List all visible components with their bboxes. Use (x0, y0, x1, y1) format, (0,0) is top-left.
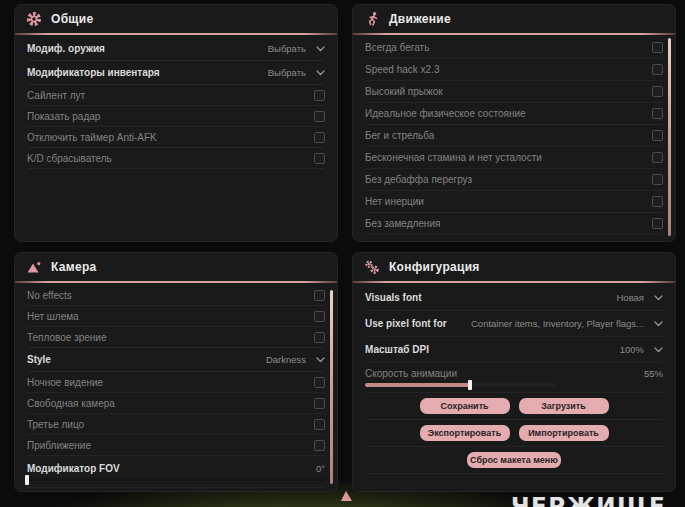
row-label: Без замедления (365, 218, 440, 229)
high-jump-checkbox[interactable] (652, 86, 663, 97)
anti-afk-checkbox[interactable] (314, 132, 325, 143)
dropdown-value: Container items, Inventory, Player flags… (471, 318, 644, 329)
gear-icon (26, 11, 42, 27)
row-fov-modifier: Модификатор FOV 0° (27, 456, 325, 488)
row-always-run: Всегда бегать (365, 37, 663, 59)
import-button[interactable]: Импортировать (519, 425, 609, 441)
dropdown-value: Выбрать (268, 43, 306, 54)
row-infinite-stamina: Бесконечная стамина и нет усталости (365, 147, 663, 169)
row-perfect-condition: Идеальное физическое состояние (365, 103, 663, 125)
row-label: Третье лицо (27, 419, 84, 430)
row-style: Style Darkness (27, 348, 325, 372)
row-label: Высокий прыжок (365, 86, 443, 97)
panel-title: Общие (51, 12, 93, 26)
row-label: Идеальное физическое состояние (365, 108, 526, 119)
row-run-and-shoot: Бег и стрельба (365, 125, 663, 147)
row-label: Приближение (27, 440, 91, 451)
row-label: Speed hack x2.3 (365, 64, 440, 75)
free-camera-checkbox[interactable] (314, 398, 325, 409)
no-effects-checkbox[interactable] (314, 290, 325, 301)
row-label: Модификатор FOV (27, 463, 120, 474)
row-label: Сайлент лут (27, 90, 85, 101)
button-row-export-import: Экспортировать Импортировать (365, 420, 663, 447)
panel-config: Конфигурация Visuals font Новая Use pixe… (352, 252, 676, 492)
row-label: Бег и стрельба (365, 130, 434, 141)
pixel-font-dropdown[interactable]: Container items, Inventory, Player flags… (471, 318, 663, 329)
panel-general: Общие Модиф. оружия Выбрать Модификаторы… (14, 4, 338, 242)
speed-hack-checkbox[interactable] (652, 64, 663, 75)
panel-title: Камера (51, 260, 97, 274)
animation-speed-slider-track[interactable] (365, 383, 555, 387)
row-label: K/D сбрасыватель (27, 153, 112, 164)
logo-tip-decoration (341, 491, 352, 501)
animation-speed-slider-handle[interactable] (468, 380, 472, 390)
animation-speed-slider-fill (365, 383, 470, 387)
row-label: Use pixel font for (365, 318, 447, 329)
run-and-shoot-checkbox[interactable] (652, 130, 663, 141)
movement-scrollbar[interactable] (668, 38, 671, 236)
animation-speed-value: 55% (644, 368, 663, 379)
dpi-scale-dropdown[interactable]: 100% (620, 344, 663, 355)
kd-reset-checkbox[interactable] (314, 153, 325, 164)
zoom-checkbox[interactable] (314, 440, 325, 451)
always-run-checkbox[interactable] (652, 42, 663, 53)
row-no-inertia: Нет инерции (365, 191, 663, 213)
button-row-save-load: Сохранить Загрузить (365, 393, 663, 420)
fov-slider-handle[interactable] (25, 475, 29, 485)
chevron-down-icon (654, 347, 663, 353)
third-person-checkbox[interactable] (314, 419, 325, 430)
row-visuals-font: Visuals font Новая (365, 285, 663, 311)
style-dropdown[interactable]: Darkness (266, 354, 325, 365)
camera-scrollbar[interactable] (330, 290, 333, 484)
perfect-condition-checkbox[interactable] (652, 108, 663, 119)
fov-slider-track[interactable] (27, 478, 325, 481)
row-label: Ночное видение (27, 377, 103, 388)
row-zoom: Приближение (27, 435, 325, 456)
row-thermal-vision: Тепловое зрение (27, 327, 325, 348)
night-vision-checkbox[interactable] (314, 377, 325, 388)
thermal-vision-checkbox[interactable] (314, 332, 325, 343)
row-label: Отключить таймер Anti-AFK (27, 132, 157, 143)
row-anti-afk: Отключить таймер Anti-AFK (27, 127, 325, 148)
row-no-overload-debuff: Без дебаффа перегруз (365, 169, 663, 191)
panel-movement-header: Движение (353, 5, 675, 33)
no-inertia-checkbox[interactable] (652, 196, 663, 207)
inventory-mods-dropdown[interactable]: Выбрать (268, 67, 325, 78)
row-silent-loot: Сайлент лут (27, 85, 325, 106)
show-radar-checkbox[interactable] (314, 111, 325, 122)
row-night-vision: Ночное видение (27, 372, 325, 393)
row-no-helmet: Нет шлема (27, 306, 325, 327)
load-button[interactable]: Загрузить (519, 398, 609, 414)
row-pixel-font: Use pixel font for Container items, Inve… (365, 311, 663, 337)
row-label: Visuals font (365, 292, 422, 303)
save-button[interactable]: Сохранить (420, 398, 510, 414)
visuals-font-dropdown[interactable]: Новая (616, 292, 663, 303)
infinite-stamina-checkbox[interactable] (652, 152, 663, 163)
row-label: Масштаб DPI (365, 344, 429, 355)
image-icon (26, 259, 42, 275)
panel-title: Движение (389, 12, 451, 26)
row-free-camera: Свободная камера (27, 393, 325, 414)
row-speed-hack: Speed hack x2.3 (365, 59, 663, 81)
reset-menu-layout-button[interactable]: Сброс макета меню (467, 452, 561, 468)
row-label: Тепловое зрение (27, 332, 107, 343)
chevron-down-icon (654, 321, 663, 327)
row-show-radar: Показать радар (27, 106, 325, 127)
no-helmet-checkbox[interactable] (314, 311, 325, 322)
silent-loot-checkbox[interactable] (314, 90, 325, 101)
button-row-reset: Сброс макета меню (365, 447, 663, 474)
panel-camera-header: Камера (15, 253, 337, 281)
panel-camera: Камера No effects Нет шлема Тепловое зре… (14, 252, 338, 492)
export-button[interactable]: Экспортировать (420, 425, 510, 441)
row-dpi-scale: Масштаб DPI 100% (365, 337, 663, 363)
dropdown-value: Выбрать (268, 67, 306, 78)
no-overload-debuff-checkbox[interactable] (652, 174, 663, 185)
weapon-mod-dropdown[interactable]: Выбрать (268, 43, 325, 54)
row-label: Скорость анимации (365, 368, 457, 379)
chevron-down-icon (316, 357, 325, 363)
no-slowdown-checkbox[interactable] (652, 218, 663, 229)
panel-title: Конфигурация (389, 260, 480, 274)
row-kd-reset: K/D сбрасыватель (27, 148, 325, 169)
row-no-slowdown: Без замедления (365, 213, 663, 235)
dropdown-value: 100% (620, 344, 644, 355)
